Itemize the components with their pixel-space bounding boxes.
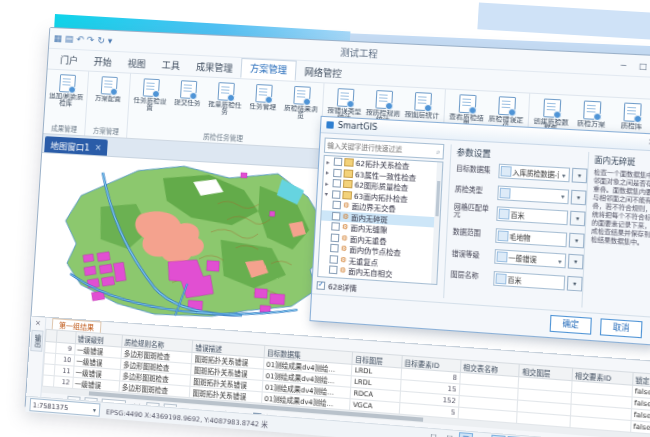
tree-checkbox[interactable] bbox=[332, 212, 341, 221]
expand-icon[interactable]: ▸ bbox=[325, 179, 331, 186]
rule-wrench-icon: ⚙ bbox=[342, 212, 349, 221]
scale-dropdown-icon[interactable]: ▾ bbox=[90, 406, 100, 414]
undo-icon[interactable]: ↶ bbox=[76, 34, 84, 44]
tree-checkbox[interactable] bbox=[332, 190, 341, 199]
browse-button[interactable]: ▾ bbox=[570, 211, 586, 227]
app-window: ▦▤↶↷↻▾ 测试工程 ─□✕ 门户开始视图工具成果管理方案管理网络管控 追加/… bbox=[25, 27, 650, 437]
browse-button[interactable]: ▾ bbox=[568, 254, 584, 270]
ribbon-button[interactable]: 提交任务 bbox=[167, 78, 208, 132]
parameter-rows: 目标数据集入库质检数据-设施评价图斑/1级▾▾质检类型▾▾网格匹配单元百米▾数据… bbox=[450, 161, 587, 291]
cancel-button[interactable]: 取消 bbox=[600, 318, 643, 338]
table-cell bbox=[42, 375, 53, 387]
ribbon-button[interactable]: 任务质检设置 bbox=[130, 76, 170, 130]
ribbon-button[interactable]: 方案配置 bbox=[88, 74, 128, 128]
tree-checkbox[interactable] bbox=[329, 266, 338, 275]
map-tab-close-icon[interactable]: × bbox=[95, 142, 102, 151]
ribbon-button[interactable]: 任务管理 bbox=[242, 81, 283, 136]
browse-button[interactable]: ▾ bbox=[569, 232, 585, 248]
dropdown-icon[interactable]: ▾ bbox=[559, 171, 569, 179]
panel-close-icon[interactable]: × bbox=[35, 319, 41, 328]
ok-button[interactable]: 确定 bbox=[550, 315, 592, 335]
app-menu-icon[interactable]: ▦ bbox=[53, 33, 62, 43]
decor-topright-bar bbox=[477, 2, 650, 40]
table-cell: 12 bbox=[53, 376, 73, 389]
folder-icon bbox=[343, 180, 353, 189]
ribbon-button[interactable]: 批量质检任务 bbox=[204, 80, 245, 134]
parameter-pane: 参数设置 目标数据集入库质检数据-设施评价图斑/1级▾▾质检类型▾▾网格匹配单元… bbox=[443, 144, 588, 307]
document-icon bbox=[414, 92, 432, 111]
parameter-input[interactable]: 一般错误▾ bbox=[494, 249, 566, 268]
ribbon-button[interactable]: 质检结果浏览 bbox=[280, 83, 321, 138]
minimize-button[interactable]: ─ bbox=[617, 60, 630, 70]
select-icon[interactable]: ◻ bbox=[442, 431, 457, 437]
save-icon[interactable]: ▤ bbox=[65, 34, 74, 44]
parameter-input[interactable]: 毛地物 bbox=[495, 228, 567, 247]
document-icon bbox=[142, 78, 159, 97]
dropdown-icon[interactable]: ▾ bbox=[555, 257, 565, 265]
landuse-map bbox=[34, 153, 349, 336]
parameter-value: 毛地物 bbox=[509, 231, 566, 245]
detail-checkbox-label: 628详情 bbox=[328, 281, 357, 293]
window-controls: ─□✕ bbox=[617, 60, 650, 72]
dropdown-icon[interactable]: ▾ bbox=[558, 192, 568, 200]
document-icon bbox=[100, 76, 117, 95]
parameter-input[interactable]: 入库质检数据-设施评价图斑/1级▾ bbox=[498, 164, 570, 183]
parameter-input[interactable]: 百米 bbox=[496, 206, 568, 225]
menu-tab[interactable]: 成果管理 bbox=[188, 57, 242, 78]
tree-checkbox[interactable] bbox=[332, 179, 341, 188]
rule-wrench-icon: ⚙ bbox=[342, 223, 349, 232]
tree-checkbox[interactable] bbox=[333, 168, 342, 177]
parameter-input[interactable]: 百米 bbox=[493, 270, 565, 289]
refresh-icon[interactable]: ↻ bbox=[97, 35, 105, 45]
field-type-icon bbox=[499, 187, 510, 198]
parameter-value bbox=[512, 193, 558, 196]
select-none-icon[interactable]: ◻ bbox=[426, 430, 441, 437]
parameter-value: 一般错误 bbox=[508, 252, 555, 265]
browse-button[interactable]: ▾ bbox=[567, 275, 583, 291]
ribbon-group-label: 成果管理 bbox=[45, 123, 82, 135]
pan-icon[interactable]: ▣ bbox=[458, 432, 473, 437]
help-heading: 面内无碎斑 bbox=[594, 153, 650, 168]
rule-search-input[interactable] bbox=[325, 141, 437, 155]
parameter-row: 目标数据集入库质检数据-设施评价图斑/1级▾▾ bbox=[456, 161, 588, 183]
detail-checkbox[interactable] bbox=[316, 281, 325, 290]
map-tab-label: 地图窗口1 bbox=[50, 139, 90, 153]
expand-icon[interactable]: ▸ bbox=[326, 169, 332, 176]
browse-button[interactable]: ▾ bbox=[572, 168, 588, 184]
tree-checkbox[interactable] bbox=[329, 255, 338, 264]
table-cell bbox=[45, 341, 56, 353]
rule-tree: ▸62拓扑关系检查▸63属性一致性检查▸62图形质量检查▾63面内拓扑检查⚙面边… bbox=[317, 155, 443, 285]
rule-tree-items: ▸62拓扑关系检查▸63属性一致性检查▸62图形质量检查▾63面内拓扑检查⚙面边… bbox=[317, 156, 442, 285]
scale-value: 1:7581375 bbox=[32, 401, 68, 412]
menu-tab[interactable]: 网络管控 bbox=[296, 63, 351, 84]
menu-tab[interactable]: 视图 bbox=[119, 54, 154, 74]
menu-tab[interactable]: 门户 bbox=[52, 51, 87, 71]
tree-checkbox[interactable] bbox=[331, 233, 340, 242]
rule-wrench-icon: ⚙ bbox=[339, 266, 346, 275]
parameter-row: 错误等级一般错误▾▾ bbox=[451, 246, 583, 269]
ribbon-group: 追加/刷新质检库成果管理 bbox=[43, 70, 89, 136]
tree-checkbox[interactable] bbox=[334, 158, 343, 167]
menu-tab[interactable]: 方案管理 bbox=[240, 58, 297, 81]
ribbon-button[interactable]: 追加/刷新质检库 bbox=[46, 72, 86, 126]
parameter-input[interactable]: ▾ bbox=[497, 185, 569, 204]
tree-checkbox[interactable] bbox=[331, 222, 340, 231]
tree-checkbox[interactable] bbox=[330, 244, 339, 253]
maximize-button[interactable]: □ bbox=[637, 61, 650, 71]
stage: ▦▤↶↷↻▾ 测试工程 ─□✕ 门户开始视图工具成果管理方案管理网络管控 追加/… bbox=[0, 0, 650, 437]
browse-button[interactable]: ▾ bbox=[571, 189, 587, 205]
tree-checkbox[interactable] bbox=[332, 201, 341, 210]
menu-tab[interactable]: 工具 bbox=[153, 56, 188, 76]
expand-icon[interactable]: ▸ bbox=[326, 158, 332, 165]
document-icon bbox=[179, 80, 196, 99]
pan-dropdown-icon[interactable]: ▾ bbox=[475, 433, 490, 437]
collapse-icon[interactable]: ▾ bbox=[325, 190, 331, 197]
scale-combo[interactable]: 1:7581375 ▾ bbox=[29, 398, 100, 417]
menu-tab[interactable]: 开始 bbox=[85, 53, 120, 73]
rule-tree-pane: ⌕ ▸62拓扑关系检查▸63属性一致性检查▸62图形质量检查▾63面内拓扑检查⚙… bbox=[316, 137, 444, 297]
help-text: 检查一个面数据集中相邻面对象之间是否存在重叠。面数据集内要素与相邻面之间不能有重… bbox=[591, 168, 650, 248]
panel-side-tab[interactable]: 输出 bbox=[30, 330, 43, 352]
parameter-row: 网格匹配单元百米▾ bbox=[453, 204, 585, 227]
redo-icon[interactable]: ↷ bbox=[86, 35, 94, 45]
help-pane: 面内无碎斑 检查一个面数据集中相邻面对象之间是否存在重叠。面数据集内要素与相邻面… bbox=[581, 152, 650, 313]
